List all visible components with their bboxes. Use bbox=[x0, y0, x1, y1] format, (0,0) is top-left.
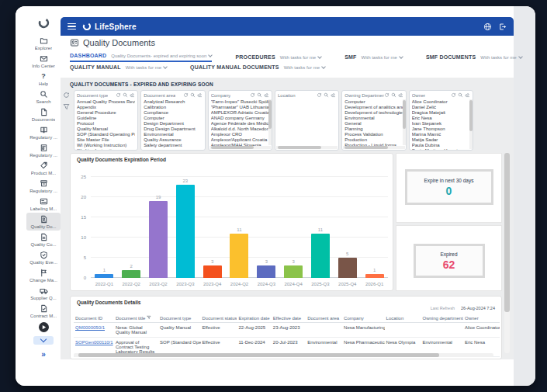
column-header-owning-department[interactable]: Owning department bbox=[421, 314, 464, 323]
assistant-button[interactable] bbox=[39, 322, 49, 332]
filter-search-icon[interactable] bbox=[123, 92, 128, 98]
filter-option[interactable]: Compliance bbox=[144, 110, 202, 116]
tab-filter-dropdown[interactable]: With tasks for me bbox=[280, 55, 321, 60]
column-header-expiration-date[interactable]: Expiration date bbox=[237, 314, 271, 323]
filter-search-icon[interactable] bbox=[391, 92, 396, 98]
filter-horizontal-scrollbar[interactable] bbox=[276, 146, 338, 149]
filter-option[interactable]: Ivan Stepanek bbox=[412, 121, 470, 127]
chart-bar[interactable] bbox=[122, 270, 140, 278]
chart-bar[interactable] bbox=[176, 185, 195, 278]
sidebar-item-documents[interactable]: Documents bbox=[26, 106, 61, 123]
filter-option[interactable]: Dragica Matejaš bbox=[412, 110, 470, 116]
sidebar-item-change-ma[interactable]: Change Ma... bbox=[26, 266, 61, 284]
filter-option[interactable]: Marina Mamić bbox=[412, 132, 470, 137]
filter-options-list[interactable]: "Farm-Impex" Rusecki Spółka Jawna 01"Pha… bbox=[209, 99, 272, 146]
tab-filter-dropdown[interactable]: With tasks for me bbox=[284, 65, 325, 70]
filter-option[interactable]: General bbox=[344, 121, 403, 127]
column-header-location[interactable]: Location bbox=[385, 314, 421, 323]
filter-option[interactable]: Environmental bbox=[144, 132, 202, 137]
tab-quality-manual[interactable]: QUALITY MANUALWith tasks for me bbox=[70, 64, 167, 72]
filter-vertical-scrollbar[interactable] bbox=[268, 99, 272, 145]
filter-option[interactable]: Eric Nesa bbox=[412, 116, 470, 121]
sidebar-item-search[interactable]: Search bbox=[26, 88, 61, 106]
filter-option[interactable]: Paula Dubina bbox=[412, 143, 470, 148]
filter-option[interactable]: Site Master File bbox=[77, 137, 135, 143]
filter-options-list[interactable]: Analytical ResearchCalibrationCompliance… bbox=[141, 99, 204, 150]
tab-filter-dropdown[interactable]: With tasks for me bbox=[480, 55, 521, 60]
filter-option[interactable]: Jane Thompson bbox=[412, 127, 470, 132]
tab-smf[interactable]: SMFWith tasks for me bbox=[344, 54, 403, 62]
tab-procedures[interactable]: PROCEDURESWith tasks for me bbox=[235, 54, 321, 62]
document-link[interactable]: SOPGen000110/1 bbox=[75, 340, 113, 345]
filter-options-list[interactable]: ComputerDevelopment of analitics and sta… bbox=[342, 99, 405, 146]
tab-dashboard[interactable]: DASHBOARDQuality Documents- expired and … bbox=[70, 53, 212, 62]
sidebar-item-regulatory[interactable]: Regulatory ... bbox=[26, 123, 61, 141]
filter-option[interactable]: Analytical Research bbox=[144, 99, 202, 105]
filter-search-icon[interactable] bbox=[257, 92, 262, 98]
filter-vertical-scrollbar[interactable] bbox=[403, 99, 406, 145]
filter-option[interactable]: WI (Working Instruction) bbox=[77, 143, 135, 148]
filter-option[interactable]: General Procedure bbox=[77, 110, 135, 116]
filter-search-icon[interactable] bbox=[324, 92, 329, 98]
filter-option[interactable]: Quality Assurance bbox=[144, 137, 202, 143]
filter-options-list[interactable] bbox=[275, 99, 338, 146]
filter-clear-icon[interactable] bbox=[130, 92, 135, 98]
filter-option[interactable]: Alice Coordinator bbox=[412, 99, 470, 105]
filter-clear-icon[interactable] bbox=[331, 92, 336, 98]
filter-option[interactable]: Agence Fédérale des Médicaments et d bbox=[211, 121, 269, 127]
sidebar-item-quality-eve[interactable]: Quality Eve... bbox=[26, 248, 61, 266]
scrollbar-thumb[interactable] bbox=[78, 353, 439, 357]
filter-option[interactable]: Computer bbox=[344, 99, 403, 105]
chart-bar[interactable] bbox=[95, 274, 113, 278]
chart-bar[interactable] bbox=[149, 201, 168, 278]
tab-filter-dropdown[interactable]: Quality Documents- expired and expiring … bbox=[111, 54, 212, 58]
sidebar-item-supplier-q[interactable]: Supplier Q... bbox=[26, 284, 61, 302]
filter-option[interactable]: Protocol bbox=[77, 121, 135, 127]
filter-option[interactable]: Quality Manual bbox=[77, 127, 135, 132]
filter-option[interactable]: Calibration bbox=[144, 105, 202, 110]
sidebar-item-regulatory[interactable]: Regulatory ... bbox=[26, 141, 61, 159]
column-header-effective-date[interactable]: Effective date bbox=[272, 314, 306, 323]
sidebar-item-contract-m[interactable]: Contract M... bbox=[26, 302, 61, 320]
filter-option[interactable]: Computer bbox=[144, 116, 202, 121]
filter-option[interactable]: Guideline bbox=[77, 116, 135, 121]
kpi-value[interactable]: 0 bbox=[446, 185, 452, 197]
sidebar-item-labeling-m[interactable]: Labeling M... bbox=[26, 195, 61, 213]
filter-option[interactable]: Planning bbox=[344, 127, 403, 132]
filter-option[interactable]: Amplexor/Applicant Croatia bbox=[211, 137, 269, 143]
horizontal-scrollbar[interactable] bbox=[74, 353, 493, 357]
filter-clear-icon[interactable] bbox=[197, 92, 203, 98]
sidebar-item-help[interactable]: ?Help bbox=[26, 70, 61, 88]
kpi-value[interactable]: 62 bbox=[443, 258, 455, 271]
menu-icon[interactable] bbox=[68, 23, 76, 30]
sidebar-expand-button[interactable]: » bbox=[41, 350, 46, 359]
tab-quality-manual-documents[interactable]: QUALITY MANUAL DOCUMENTSWith tasks for m… bbox=[190, 64, 325, 72]
filter-icon[interactable] bbox=[63, 103, 70, 110]
chart-bar[interactable] bbox=[203, 265, 222, 278]
filter-horizontal-scrollbar[interactable] bbox=[209, 146, 271, 149]
sidebar-item-quality-do[interactable]: Quality Do... bbox=[26, 213, 61, 231]
filter-option[interactable]: ANAD company Germany bbox=[211, 116, 269, 121]
filter-option[interactable]: Drug Design Department bbox=[144, 127, 202, 132]
column-header-document-title[interactable]: Document title bbox=[114, 314, 158, 323]
filter-option[interactable]: "Farm-Impex" Rusecki Spółka Jawna 01 bbox=[211, 99, 269, 105]
filter-horizontal-scrollbar[interactable] bbox=[343, 146, 404, 149]
filter-refresh-icon[interactable] bbox=[116, 92, 121, 98]
filter-clear-icon[interactable] bbox=[465, 92, 470, 98]
filter-vertical-scrollbar[interactable] bbox=[469, 99, 473, 149]
filter-option[interactable]: Production bbox=[344, 137, 403, 143]
filter-option[interactable]: SOP (Standard Operating Procedure) bbox=[77, 132, 135, 137]
column-header-document-area[interactable]: Document area bbox=[306, 314, 342, 323]
filter-option[interactable]: Working Instruction bbox=[77, 148, 135, 150]
vertical-scrollbar[interactable] bbox=[504, 153, 510, 353]
chart-bar[interactable] bbox=[230, 234, 248, 278]
filter-option[interactable]: "Pharmastar" UAB Lithuania bbox=[211, 105, 269, 110]
chart-bar[interactable] bbox=[338, 258, 357, 278]
sidebar-scroll-down-button[interactable] bbox=[33, 336, 54, 345]
filter-search-icon[interactable] bbox=[458, 92, 463, 98]
filter-option[interactable]: Development of analitics and stability bbox=[344, 105, 403, 110]
filter-clear-icon[interactable] bbox=[264, 92, 269, 98]
tab-smf-documents[interactable]: SMF DOCUMENTSWith tasks for me bbox=[426, 54, 522, 62]
filter-option[interactable]: Sanja Martinec Horvat bbox=[412, 148, 470, 150]
sidebar-item-explorer[interactable]: Explorer bbox=[26, 34, 61, 52]
